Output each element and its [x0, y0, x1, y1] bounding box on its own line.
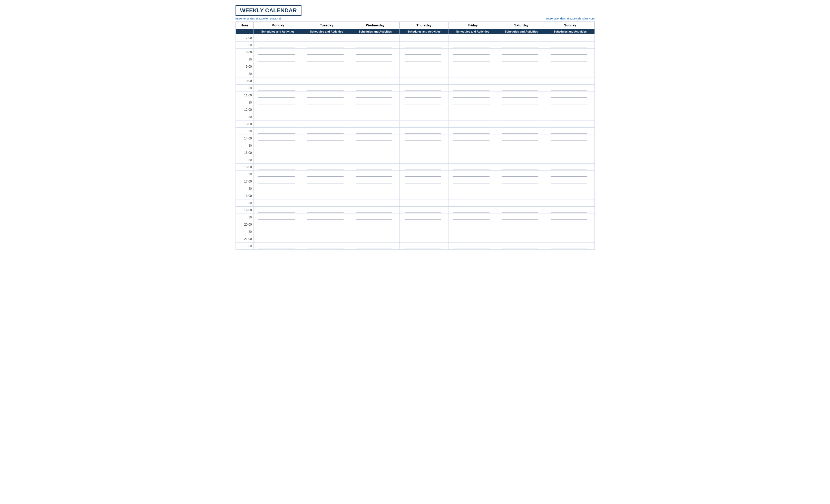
day-cell[interactable] — [497, 221, 546, 228]
day-cell-half[interactable] — [254, 242, 302, 250]
day-cell[interactable] — [351, 149, 400, 156]
day-cell-half[interactable] — [254, 85, 302, 92]
day-cell[interactable] — [254, 178, 302, 185]
day-cell[interactable] — [302, 178, 351, 185]
day-cell[interactable] — [497, 34, 546, 41]
day-cell[interactable] — [448, 221, 497, 228]
day-cell[interactable] — [400, 207, 448, 214]
day-cell-half[interactable] — [546, 142, 595, 149]
day-cell-half[interactable] — [448, 242, 497, 250]
day-cell-half[interactable] — [351, 41, 400, 49]
day-cell-half[interactable] — [400, 171, 448, 178]
day-cell-half[interactable] — [546, 85, 595, 92]
day-cell[interactable] — [351, 77, 400, 85]
day-cell-half[interactable] — [497, 242, 546, 250]
day-cell[interactable] — [546, 164, 595, 171]
day-cell-half[interactable] — [254, 199, 302, 207]
day-cell-half[interactable] — [302, 41, 351, 49]
day-cell[interactable] — [448, 34, 497, 41]
day-cell[interactable] — [546, 192, 595, 199]
day-cell[interactable] — [302, 49, 351, 56]
day-cell-half[interactable] — [448, 214, 497, 221]
day-cell-half[interactable] — [351, 171, 400, 178]
day-cell-half[interactable] — [302, 128, 351, 135]
day-cell[interactable] — [254, 34, 302, 41]
day-cell-half[interactable] — [351, 242, 400, 250]
day-cell-half[interactable] — [497, 199, 546, 207]
day-cell-half[interactable] — [400, 228, 448, 235]
day-cell-half[interactable] — [302, 185, 351, 192]
day-cell[interactable] — [400, 106, 448, 113]
day-cell-half[interactable] — [400, 214, 448, 221]
day-cell[interactable] — [400, 77, 448, 85]
day-cell-half[interactable] — [400, 156, 448, 164]
day-cell[interactable] — [497, 149, 546, 156]
day-cell[interactable] — [254, 235, 302, 242]
day-cell[interactable] — [254, 221, 302, 228]
day-cell[interactable] — [400, 178, 448, 185]
day-cell[interactable] — [497, 92, 546, 99]
day-cell-half[interactable] — [400, 70, 448, 77]
day-cell-half[interactable] — [497, 70, 546, 77]
day-cell[interactable] — [448, 135, 497, 142]
day-cell-half[interactable] — [351, 113, 400, 121]
day-cell-half[interactable] — [351, 214, 400, 221]
day-cell[interactable] — [448, 92, 497, 99]
day-cell-half[interactable] — [351, 185, 400, 192]
day-cell[interactable] — [400, 164, 448, 171]
day-cell-half[interactable] — [302, 228, 351, 235]
day-cell-half[interactable] — [497, 228, 546, 235]
day-cell-half[interactable] — [448, 142, 497, 149]
day-cell[interactable] — [302, 135, 351, 142]
day-cell[interactable] — [351, 63, 400, 70]
day-cell-half[interactable] — [497, 171, 546, 178]
day-cell-half[interactable] — [302, 142, 351, 149]
day-cell-half[interactable] — [497, 214, 546, 221]
day-cell[interactable] — [497, 49, 546, 56]
day-cell-half[interactable] — [448, 185, 497, 192]
right-link[interactable]: more calendars at excelcalendars.com — [546, 17, 595, 20]
day-cell-half[interactable] — [254, 41, 302, 49]
day-cell-half[interactable] — [254, 99, 302, 106]
day-cell-half[interactable] — [497, 41, 546, 49]
day-cell-half[interactable] — [546, 56, 595, 63]
day-cell[interactable] — [448, 164, 497, 171]
day-cell-half[interactable] — [448, 113, 497, 121]
day-cell[interactable] — [351, 221, 400, 228]
day-cell-half[interactable] — [302, 214, 351, 221]
day-cell[interactable] — [351, 235, 400, 242]
day-cell-half[interactable] — [448, 128, 497, 135]
day-cell[interactable] — [400, 63, 448, 70]
day-cell[interactable] — [254, 63, 302, 70]
day-cell[interactable] — [400, 49, 448, 56]
day-cell-half[interactable] — [400, 128, 448, 135]
day-cell[interactable] — [546, 221, 595, 228]
day-cell-half[interactable] — [351, 228, 400, 235]
day-cell[interactable] — [351, 135, 400, 142]
day-cell[interactable] — [400, 149, 448, 156]
day-cell-half[interactable] — [448, 99, 497, 106]
day-cell[interactable] — [448, 207, 497, 214]
day-cell-half[interactable] — [351, 85, 400, 92]
day-cell[interactable] — [302, 92, 351, 99]
day-cell[interactable] — [351, 49, 400, 56]
day-cell[interactable] — [351, 92, 400, 99]
day-cell-half[interactable] — [546, 214, 595, 221]
day-cell[interactable] — [351, 34, 400, 41]
day-cell-half[interactable] — [254, 214, 302, 221]
day-cell-half[interactable] — [546, 113, 595, 121]
day-cell[interactable] — [497, 106, 546, 113]
day-cell-half[interactable] — [254, 156, 302, 164]
day-cell[interactable] — [351, 207, 400, 214]
day-cell[interactable] — [254, 77, 302, 85]
day-cell-half[interactable] — [400, 199, 448, 207]
day-cell[interactable] — [546, 49, 595, 56]
day-cell[interactable] — [546, 106, 595, 113]
day-cell-half[interactable] — [546, 185, 595, 192]
day-cell-half[interactable] — [448, 199, 497, 207]
day-cell[interactable] — [497, 164, 546, 171]
day-cell[interactable] — [546, 92, 595, 99]
day-cell[interactable] — [302, 207, 351, 214]
day-cell[interactable] — [497, 77, 546, 85]
day-cell[interactable] — [448, 49, 497, 56]
